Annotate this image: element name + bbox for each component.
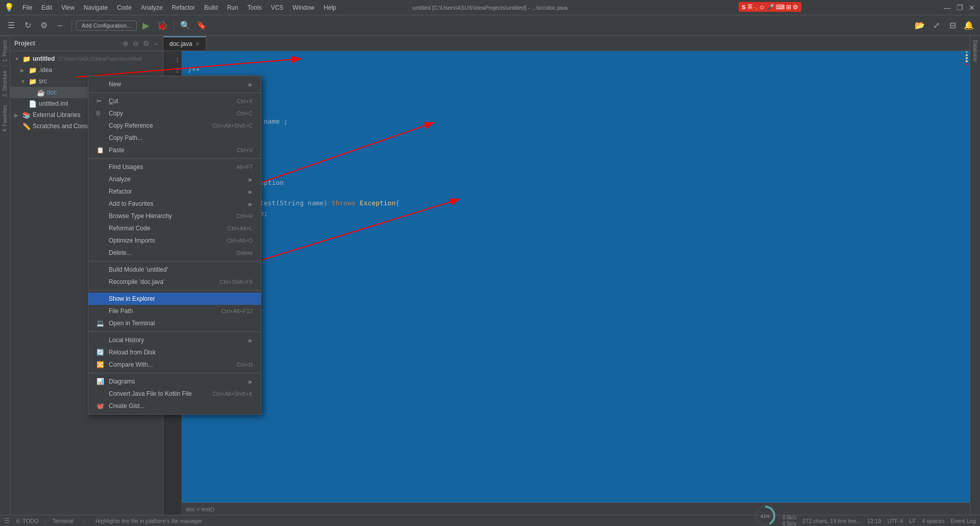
code-lines: /** * @author lc * @version 1.0 */ publi… (182, 51, 970, 515)
menu-edit[interactable]: Edit (37, 3, 56, 12)
toolbar-notification-icon[interactable]: 🔔 (962, 18, 976, 33)
status-line-sep[interactable]: LF (910, 518, 916, 524)
scroll-mark-5 (966, 63, 968, 65)
toolbar-separator-1 (71, 20, 72, 31)
code-editor[interactable]: 1234 5678 9101112 13141516 /** * @author… (163, 51, 970, 515)
close-button[interactable]: ✕ (968, 4, 976, 12)
status-cursor-pos[interactable]: 12:19 (867, 518, 881, 524)
sidebar-title: Project (14, 40, 119, 47)
debug-button[interactable]: 🐞 (155, 18, 169, 33)
status-terminal[interactable]: Terminal (52, 518, 74, 524)
menu-window[interactable]: Window (288, 3, 318, 12)
tab-close-doc-java[interactable]: × (195, 40, 200, 48)
menu-file[interactable]: File (18, 3, 36, 12)
title-bar: 💡 File Edit View Navigate Code Analyze R… (0, 0, 980, 15)
menu-run[interactable]: Run (223, 3, 242, 12)
menu-view[interactable]: View (57, 3, 79, 12)
ctx-label-show-in-explorer: Show in Explorer (109, 295, 253, 302)
ctx-label-add-to-favorites: Add to Favorites (109, 200, 244, 207)
tree-item-untitled[interactable]: ▼ 📁 untitled C:\Users\ASUS\IdeaProjects\… (10, 53, 163, 64)
run-button[interactable]: ▶ (139, 18, 153, 33)
ctx-item-file-path[interactable]: File Path Ctrl+Alt+F12 (88, 305, 261, 317)
ctx-item-build-module[interactable]: Build Module 'untitled' (88, 264, 261, 276)
ctx-item-copy-reference[interactable]: Copy Reference Ctrl+Alt+Shift+C (88, 119, 261, 132)
status-hint: Highlights the file in platform's file m… (95, 518, 202, 524)
ime-punctuation: ·, (754, 4, 757, 10)
toolbar-separator-2 (174, 20, 174, 31)
ctx-item-analyze[interactable]: Analyze ▶ (88, 173, 261, 185)
right-tab-database[interactable]: Database (971, 36, 979, 66)
window-title: untitled [C:\Users\ASUS\IdeaProjects\unt… (412, 5, 568, 11)
ctx-item-delete[interactable]: Delete... Delete (88, 247, 261, 259)
ctx-item-refactor[interactable]: Refactor ▶ (88, 185, 261, 198)
ctx-item-copy[interactable]: ⎘ Copy Ctrl+C (88, 107, 261, 119)
restore-button[interactable]: ❐ (955, 4, 964, 12)
status-spaces[interactable]: 4 spaces (922, 518, 944, 524)
ctx-item-new[interactable]: New ▶ (88, 78, 261, 90)
toolbar-vcs-icon[interactable]: 📂 (913, 18, 927, 33)
menu-vcs[interactable]: VCS (267, 3, 288, 12)
menu-build[interactable]: Build (200, 3, 222, 12)
network-up: 0.6k/s (782, 515, 796, 520)
status-expand-icon[interactable]: ☰ (4, 517, 10, 524)
sidebar-icon-plus[interactable]: ⊕ (121, 38, 130, 49)
scroll-indicators (966, 51, 970, 66)
ctx-item-recompile[interactable]: Recompile 'doc.java' Ctrl+Shift+F9 (88, 276, 261, 288)
left-tab-structure[interactable]: 2: Structure (1, 66, 9, 101)
ctx-item-reformat-code[interactable]: Reformat Code Ctrl+Alt+L (88, 222, 261, 234)
sidebar-icon-minus[interactable]: ⊖ (132, 38, 140, 49)
ctx-label-create-gist: Create Gist... (109, 402, 253, 410)
right-panel-tabs: Database (970, 36, 980, 515)
menu-tools[interactable]: Tools (243, 3, 266, 12)
ctx-icon-copy: ⎘ (96, 110, 105, 117)
menu-code[interactable]: Code (113, 3, 136, 12)
ctx-label-open-in-terminal: Open in Terminal (109, 320, 253, 327)
ctx-item-copy-path[interactable]: Copy Path... (88, 132, 261, 144)
left-tab-favorites[interactable]: 4: Favorites (1, 101, 9, 136)
ctx-label-browse-type-hierarchy: Browse Type Hierarchy (109, 212, 229, 220)
menu-analyze[interactable]: Analyze (137, 3, 167, 12)
ctx-item-diagrams[interactable]: 📊 Diagrams ▶ (88, 375, 261, 388)
toolbar-sidebar-icon[interactable]: ☰ (4, 18, 18, 33)
toolbar-bookmark-icon[interactable]: 🔖 (194, 18, 209, 33)
ctx-item-show-in-explorer[interactable]: Show in Explorer (88, 293, 261, 305)
toolbar-settings-icon[interactable]: ⚙ (37, 18, 51, 33)
minimize-button[interactable]: — (943, 4, 951, 12)
toolbar-minus-icon[interactable]: – (53, 18, 67, 33)
menu-refactor[interactable]: Refactor (168, 3, 199, 12)
menu-help[interactable]: Help (320, 3, 340, 12)
ctx-item-open-in-terminal[interactable]: 💻 Open in Terminal (88, 317, 261, 329)
ctx-shortcut-copy: Ctrl+C (237, 110, 253, 116)
status-event-log[interactable]: Event Log (950, 518, 976, 524)
ctx-item-paste[interactable]: 📋 Paste Ctrl+V (88, 144, 261, 156)
ctx-item-compare-with[interactable]: 🔀 Compare With... Ctrl+D (88, 358, 261, 371)
ctx-item-find-usages[interactable]: Find Usages Alt+F7 (88, 161, 261, 173)
tree-item-idea[interactable]: ▶ 📁 .idea (10, 64, 163, 76)
sidebar-icon-collapse[interactable]: – (153, 38, 159, 49)
add-configuration-button[interactable]: Add Configuration... (76, 20, 137, 31)
status-todo[interactable]: 6: TODO (16, 518, 39, 524)
menu-navigate[interactable]: Navigate (80, 3, 112, 12)
ctx-item-cut[interactable]: ✂ Cut Ctrl+X (88, 95, 261, 107)
left-tab-project[interactable]: 1: Project (1, 36, 9, 66)
ctx-item-add-to-favorites[interactable]: Add to Favorites ▶ (88, 198, 261, 210)
ctx-item-local-history[interactable]: Local History ▶ (88, 334, 261, 346)
ctx-item-optimize-imports[interactable]: Optimize Imports Ctrl+Alt+O (88, 234, 261, 247)
ctx-item-create-gist[interactable]: 🐙 Create Gist... (88, 400, 261, 412)
toolbar-maximize-icon[interactable]: ⤢ (929, 18, 943, 33)
ctx-label-refactor: Refactor (109, 188, 244, 195)
ctx-item-convert-java[interactable]: Convert Java File to Kotlin File Ctrl+Al… (88, 388, 261, 400)
status-encoding[interactable]: UTF-8 (887, 518, 903, 524)
tree-label-ext-libs: External Libraries (33, 111, 80, 118)
ctx-item-browse-type-hierarchy[interactable]: Browse Type Hierarchy Ctrl+H (88, 210, 261, 222)
ctx-arrow-refactor: ▶ (249, 189, 253, 195)
sidebar-icon-settings[interactable]: ⚙ (142, 38, 151, 49)
ctx-shortcut-recompile: Ctrl+Shift+F9 (219, 279, 253, 285)
toolbar-sync-icon[interactable]: ↻ (20, 18, 35, 33)
ctx-label-reload-from-disk: Reload from Disk (109, 349, 253, 356)
app-icon: 💡 (4, 3, 14, 12)
toolbar-layout-icon[interactable]: ⊟ (945, 18, 960, 33)
ctx-item-reload-from-disk[interactable]: 🔄 Reload from Disk (88, 346, 261, 358)
toolbar-search-icon[interactable]: 🔍 (178, 18, 192, 33)
tab-doc-java[interactable]: doc.java × (163, 36, 206, 51)
